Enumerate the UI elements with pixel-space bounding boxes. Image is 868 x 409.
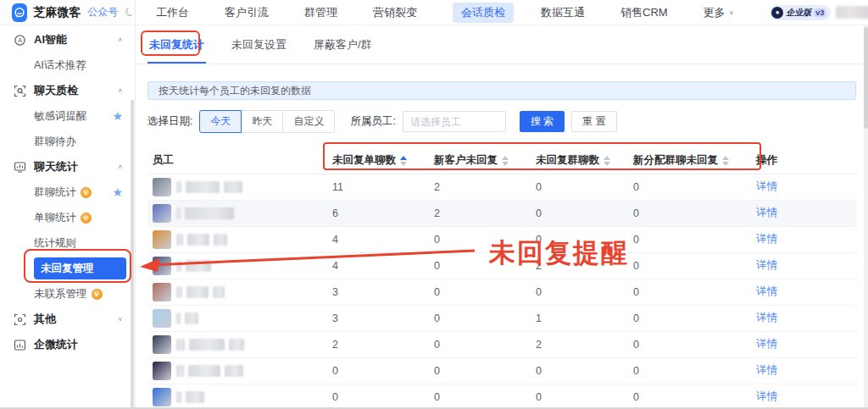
employee-avatar xyxy=(153,178,171,196)
column-header-label: 未回复单聊数 xyxy=(332,153,396,168)
value-cell-2: 0 xyxy=(531,384,628,409)
employee-cell-inner xyxy=(153,309,322,328)
sidebar-group-other[interactable]: 其他∨ xyxy=(0,307,135,332)
date-option-1[interactable]: 昨天 xyxy=(241,110,283,133)
detail-link[interactable]: 详情 xyxy=(756,285,777,297)
employee-name-redacted xyxy=(224,181,242,193)
star-icon[interactable]: ★ xyxy=(112,109,123,123)
nav-item-more[interactable]: 更多∨ xyxy=(704,5,735,20)
table-body: 11200详情6200详情4000详情4020详情3000详情3010详情202… xyxy=(147,174,856,409)
detail-link[interactable]: 详情 xyxy=(756,312,777,323)
value-cell-2: 0 xyxy=(531,226,628,252)
employee-select-input[interactable] xyxy=(403,111,506,132)
reset-button[interactable]: 重 置 xyxy=(571,111,616,132)
employee-cell xyxy=(147,357,327,384)
date-option-0[interactable]: 今天 xyxy=(199,110,242,133)
nav-item-group-management[interactable]: 群管理 xyxy=(304,5,337,20)
employee-avatar xyxy=(153,204,171,223)
user-name-redacted[interactable] xyxy=(836,6,868,19)
employee-cell xyxy=(147,331,327,357)
value-cell-0: 11 xyxy=(327,174,429,200)
page-scrollbar-thumb[interactable] xyxy=(864,27,868,129)
employee-name-redacted xyxy=(213,286,225,298)
column-header-2[interactable]: 新客户未回复 xyxy=(429,148,531,174)
sidebar-item-label: 敏感词提醒 xyxy=(34,109,87,124)
detail-link[interactable]: 详情 xyxy=(756,207,777,218)
sidebar-item-unreplied-management[interactable]: 未回复管理 xyxy=(34,257,126,279)
sort-carets-icon[interactable] xyxy=(604,156,610,166)
account-type-link[interactable]: 公众号 xyxy=(87,5,118,19)
employee-name-redacted xyxy=(185,312,198,324)
nav-item-data-exchange[interactable]: 数据互通 xyxy=(541,5,585,20)
sidebar-group-chat-quality[interactable]: 聊天质检∧ xyxy=(0,78,135,103)
column-header-inner: 员工 xyxy=(153,153,322,168)
sidebar-item-ai-script-recommend[interactable]: AI话术推荐 xyxy=(0,53,135,78)
value-cell-3: 0 xyxy=(628,174,751,200)
qiwei-icon xyxy=(14,339,26,351)
chevron-up-icon: ∧ xyxy=(117,87,123,94)
detail-link[interactable]: 详情 xyxy=(756,233,777,245)
value-cell-3: 0 xyxy=(628,305,751,331)
sort-carets-icon[interactable] xyxy=(722,156,729,166)
plan-name: 企业版 xyxy=(786,7,811,19)
tab-blocked-customers-groups[interactable]: 屏蔽客户/群 xyxy=(312,25,374,64)
value-cell-1: 0 xyxy=(429,331,531,357)
detail-link[interactable]: 详情 xyxy=(756,364,777,376)
column-header-4[interactable]: 新分配群聊未回复 xyxy=(628,148,751,174)
sort-carets-icon[interactable] xyxy=(502,156,509,166)
sidebar-item-label: 未联系管理 xyxy=(34,287,87,301)
search-button[interactable]: 搜 索 xyxy=(520,111,565,132)
date-option-2[interactable]: 自定义 xyxy=(282,110,335,133)
detail-link[interactable]: 详情 xyxy=(756,338,777,350)
star-icon[interactable]: ★ xyxy=(112,185,123,199)
employee-name-redacted xyxy=(225,365,243,377)
nav-item-workbench[interactable]: 工作台 xyxy=(156,5,189,20)
value-cell-3: 0 xyxy=(628,331,751,357)
detail-link[interactable]: 详情 xyxy=(756,390,777,402)
tab-unreplied-stats[interactable]: 未回复统计 xyxy=(147,25,206,64)
table-row: 0000详情 xyxy=(147,384,856,409)
column-header-1[interactable]: 未回复单聊数 xyxy=(327,148,429,174)
sort-carets-icon[interactable] xyxy=(400,156,407,166)
value-cell-0: 3 xyxy=(327,279,429,305)
brand-name: 芝麻微客 xyxy=(33,5,81,20)
column-header-3[interactable]: 未回复群聊数 xyxy=(531,148,628,174)
sidebar-item-single-chat-stats[interactable]: 单聊统计V xyxy=(0,205,135,230)
employee-cell xyxy=(147,174,327,200)
employee-avatar xyxy=(153,230,171,249)
employee-name-redacted xyxy=(188,365,220,377)
detail-link[interactable]: 详情 xyxy=(756,259,777,271)
sidebar-scrollbar[interactable] xyxy=(131,100,134,409)
action-cell: 详情 xyxy=(751,200,856,226)
sidebar-item-sensitive-words[interactable]: 敏感词提醒★ xyxy=(0,103,135,129)
date-range-group: 今天昨天自定义 xyxy=(199,110,335,133)
sidebar-item-group-chat-stats[interactable]: 群聊统计V★ xyxy=(0,180,135,205)
sidebar-group-ai[interactable]: AAI智能∧ xyxy=(0,27,135,53)
sidebar-group-qiwei-stats[interactable]: 企微统计 xyxy=(0,332,135,357)
nav-item-session-quality[interactable]: 会话质检 xyxy=(453,3,514,23)
employee-cell-inner xyxy=(153,362,322,380)
employee-name-redacted xyxy=(186,260,211,272)
page-scrollbar[interactable] xyxy=(864,0,868,409)
tab-unreplied-settings[interactable]: 未回复设置 xyxy=(230,25,288,64)
chat-stats-icon xyxy=(14,161,26,174)
nav-item-customer-acquisition[interactable]: 客户引流 xyxy=(225,5,269,20)
employee-name-redacted xyxy=(186,181,220,193)
detail-link[interactable]: 详情 xyxy=(756,180,777,192)
sidebar-item-label: 未回复管理 xyxy=(41,262,94,276)
employee-cell xyxy=(147,226,327,252)
sidebar-item-uncontacted-management[interactable]: 未联系管理V xyxy=(0,281,135,307)
sidebar-item-stats-rules[interactable]: 统计规则 xyxy=(0,230,135,256)
employee-avatar xyxy=(153,283,171,301)
nav-item-sales-crm[interactable]: 销售CRM xyxy=(620,5,668,20)
nav-item-marketing-fission[interactable]: 营销裂变 xyxy=(373,5,417,20)
sidebar-group-label: 聊天统计 xyxy=(34,159,117,174)
action-cell: 详情 xyxy=(751,384,856,409)
employee-avatar xyxy=(153,388,171,406)
plan-badge: ● 企业版 v3 xyxy=(770,5,831,20)
value-cell-2: 2 xyxy=(531,252,628,279)
sidebar-item-group-chat-todo[interactable]: 群聊待办 xyxy=(0,129,135,154)
sidebar-item-label: 群聊待办 xyxy=(34,135,76,149)
employee-name-redacted xyxy=(185,207,234,219)
sidebar-group-chat-stats[interactable]: 聊天统计∧ xyxy=(0,154,135,180)
